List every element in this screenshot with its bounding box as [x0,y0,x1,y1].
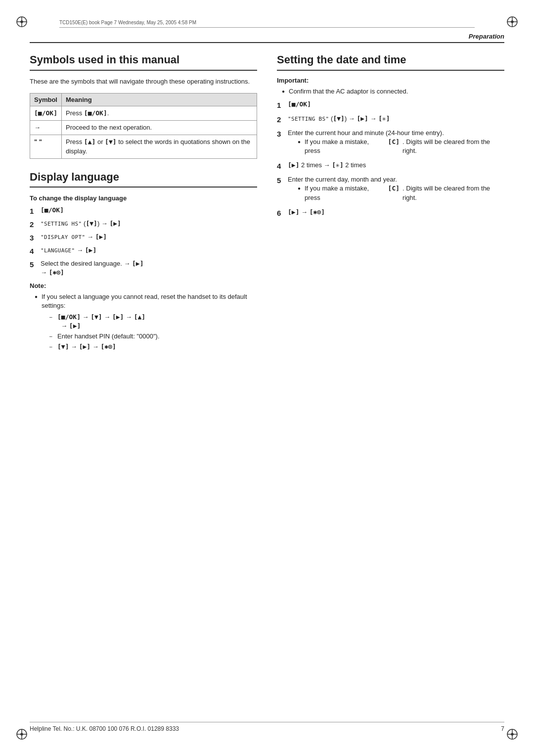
symbol-table: Symbol Meaning [■/OK] Press [■/OK]. → Pr… [30,93,257,159]
list-item: 6 [▶] → [✱⊙] [277,208,504,218]
right-section-title: Setting the date and time [277,53,504,71]
symbols-section: Symbols used in this manual These are th… [30,53,257,159]
meta-bar: TCD150E(E) book Page 7 Wednesday, May 25… [59,20,475,28]
list-item: 3 "DISPLAY OPT" → [▶] [30,233,257,243]
page: TCD150E(E) book Page 7 Wednesday, May 25… [0,0,534,756]
meaning-cell: Proceed to the next operation. [61,121,257,135]
list-item: If you make a mistake, press [C]. Digits… [298,138,504,155]
col-symbol: Symbol [30,94,62,106]
display-language-section: Display language To change the display l… [30,171,257,352]
symbol-cell: " " [30,135,62,158]
list-item: 4 [▶] 2 times → [✳] 2 times [277,161,504,171]
table-row: [■/OK] Press [■/OK]. [30,106,257,121]
page-number: 7 [501,725,504,732]
symbols-intro: These are the symbols that will navigate… [30,77,257,87]
symbol-cell: [■/OK] [30,106,62,121]
main-content: Symbols used in this manual These are th… [30,53,504,355]
list-item: 1 [■/OK] [277,100,504,110]
note-label: Note: [30,282,257,289]
instruction-label: To change the display language [30,194,257,202]
meaning-cell: Press [■/OK]. [61,106,257,121]
list-item: [■/OK] → [▼] → [▶] → [▲] → [▶] [49,313,257,331]
date-time-steps: 1 [■/OK] 2 "SETTING BS" ([▼]) → [▶] → [✳… [277,100,504,218]
col-meaning: Meaning [61,94,257,106]
symbols-title: Symbols used in this manual [30,53,257,71]
list-item: If you select a language you cannot read… [35,292,257,351]
list-item: 5 Select the desired language. → [▶]→ [✱… [30,259,257,277]
meaning-cell: Press [▲] or [▼] to select the words in … [61,135,257,158]
important-bullet-text: Confirm that the AC adaptor is connected… [289,88,408,95]
list-item: 2 "SETTING BS" ([▼]) → [▶] → [✳] [277,114,504,125]
meta-text: TCD150E(E) book Page 7 Wednesday, May 25… [59,20,196,25]
right-column: Setting the date and time Important: Con… [277,53,504,355]
list-item: Enter handset PIN (default: "0000"). [49,332,257,341]
display-language-steps: 1 [■/OK] 2 "SETTING HS" ([▼]) → [▶] 3 "D… [30,206,257,277]
list-item: Confirm that the AC adaptor is connected… [282,87,504,96]
list-item: 1 [■/OK] [30,206,257,216]
table-row: → Proceed to the next operation. [30,121,257,135]
list-item: 2 "SETTING HS" ([▼]) → [▶] [30,219,257,230]
list-item: [▼] → [▶] → [✱⊙] [49,342,257,351]
left-column: Symbols used in this manual These are th… [30,53,257,355]
table-row: " " Press [▲] or [▼] to select the words… [30,135,257,158]
sub-bullets: [■/OK] → [▼] → [▶] → [▲] → [▶] Enter han… [49,313,257,352]
list-item: 4 "LANGUAGE" → [▶] [30,246,257,256]
header-section: Preparation [469,33,504,40]
important-bullets: Confirm that the AC adaptor is connected… [282,87,504,96]
page-header: Preparation [30,33,504,43]
note-bullets: If you select a language you cannot read… [35,292,257,351]
list-item: 3 Enter the current hour and minute (24-… [277,129,504,157]
symbol-cell: → [30,121,62,135]
list-item: If you make a mistake, press [C]. Digits… [298,184,504,202]
page-footer: Helpline Tel. No.: U.K. 08700 100 076 R.… [30,722,504,732]
display-language-title: Display language [30,171,257,188]
list-item: 5 Enter the current day, month and year.… [277,175,504,204]
important-label: Important: [277,77,504,84]
helpline-text: Helpline Tel. No.: U.K. 08700 100 076 R.… [30,725,179,732]
